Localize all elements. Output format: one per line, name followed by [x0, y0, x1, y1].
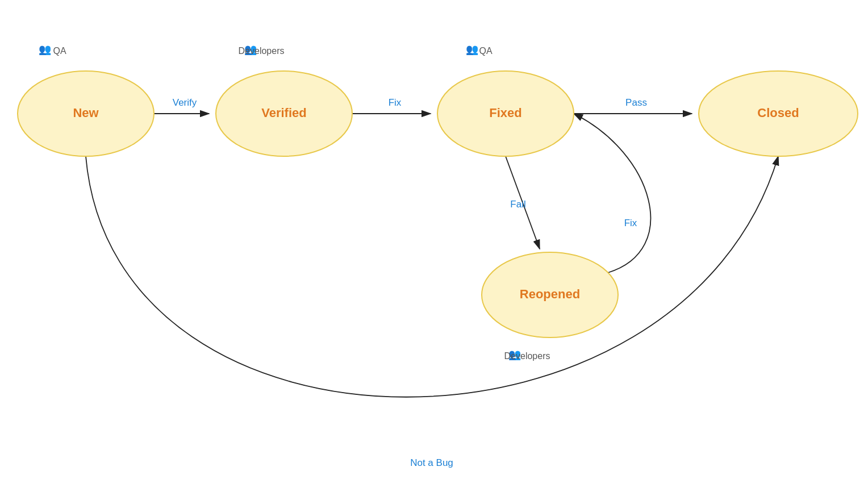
role-qa-new-icon: 👥: [39, 43, 52, 56]
label-not-a-bug: Not a Bug: [410, 457, 453, 468]
role-qa-new: QA: [53, 46, 66, 56]
node-reopened-label: Reopened: [520, 287, 580, 301]
node-new-label: New: [73, 106, 99, 120]
arrow-new-closed: [86, 156, 778, 397]
node-verified-label: Verified: [261, 106, 306, 120]
node-closed-label: Closed: [757, 106, 799, 120]
label-pass: Pass: [625, 97, 647, 108]
label-fix-1: Fix: [389, 97, 402, 108]
label-fix-2: Fix: [624, 218, 637, 228]
arrow-reopened-fixed: [574, 114, 650, 273]
role-dev-verified: Developers: [239, 46, 285, 56]
role-dev-reopened: Developers: [504, 351, 550, 361]
role-qa-fixed-icon: 👥: [466, 43, 479, 56]
label-verify: Verify: [173, 97, 197, 108]
label-fail: Fail: [510, 199, 525, 210]
node-fixed-label: Fixed: [489, 106, 521, 120]
role-qa-fixed: QA: [479, 46, 492, 56]
